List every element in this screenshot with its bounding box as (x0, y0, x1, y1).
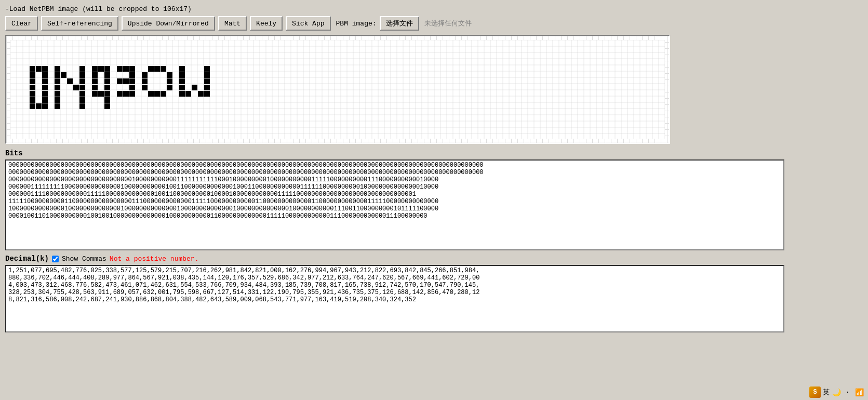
show-commas-checkbox[interactable] (52, 256, 59, 262)
self-referencing-button[interactable]: Self-referencing (41, 16, 118, 31)
language-label: 英 (823, 388, 830, 397)
clear-button[interactable]: Clear (5, 16, 38, 31)
bits-textarea[interactable] (5, 159, 784, 250)
bits-section-label: Bits (5, 149, 863, 157)
toolbar: Clear Self-referencing Upside Down/Mirro… (5, 16, 863, 31)
not-positive-text: Not a positive number. (110, 255, 199, 263)
wifi-icon[interactable]: 📶 (854, 388, 864, 397)
pixel-art-canvas[interactable] (10, 40, 665, 139)
sick-app-button[interactable]: Sick App (286, 16, 330, 31)
bitmap-canvas-area[interactable] (5, 35, 670, 144)
upside-down-button[interactable]: Upside Down/Mirrored (122, 16, 215, 31)
show-commas-label: Show Commas (62, 255, 106, 263)
header-note: -Load NetPBM image (will be cropped to 1… (5, 5, 863, 13)
pbm-image-label: PBM image: (336, 20, 377, 28)
decimal-textarea[interactable] (5, 265, 784, 332)
keely-button[interactable]: Keely (250, 16, 283, 31)
choose-file-button[interactable]: 选择文件 (380, 16, 419, 31)
decimal-row: Decimal(k) Show Commas Not a positive nu… (5, 255, 863, 263)
decimal-section-label: Decimal(k) (5, 255, 49, 263)
dot-icon[interactable]: · (843, 388, 852, 397)
moon-icon[interactable]: 🌙 (832, 388, 841, 397)
bottom-bar: S 英 🌙 · 📶 (805, 384, 868, 400)
sgold-icon: S (809, 386, 821, 398)
matt-button[interactable]: Matt (218, 16, 247, 31)
no-file-label: 未选择任何文件 (424, 19, 472, 28)
